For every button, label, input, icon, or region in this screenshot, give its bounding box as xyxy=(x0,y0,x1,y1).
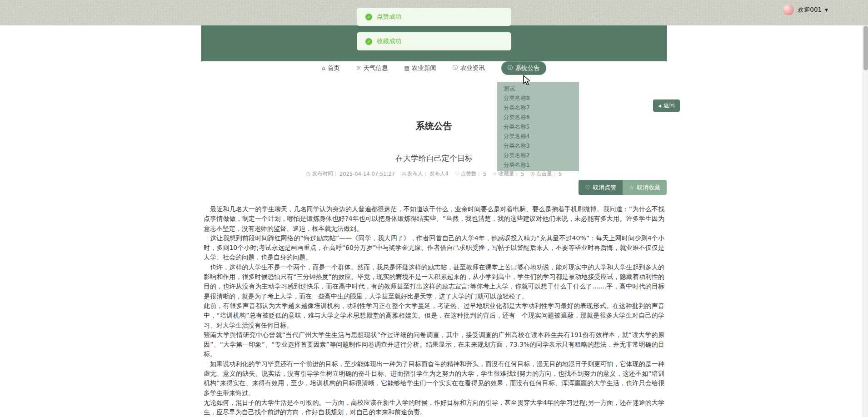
heart-icon: ♡ xyxy=(455,171,459,177)
nav-item-label: 农业资讯 xyxy=(460,64,485,72)
heart-icon: ♡ xyxy=(585,184,590,191)
meta-publisher: 发布人： 发布人4 xyxy=(401,170,449,177)
page-title: 系统公告 xyxy=(201,119,667,133)
dropdown-item[interactable]: 分类名称7 xyxy=(497,103,579,112)
cancel-favorite-label: 取消收藏 xyxy=(637,184,660,192)
cancel-like-button[interactable]: ♡ 取消点赞 xyxy=(579,180,623,195)
news-icon: ▤ xyxy=(404,65,409,71)
star-icon: ☆ xyxy=(629,184,634,191)
article-title: 在大学给自己定个目标 xyxy=(201,153,667,164)
article-paragraph: 如果说功利化的学习毕竟还有一个前进的目标，至少能体现出一种为了目标而奋斗的精神和… xyxy=(204,359,664,398)
toast-favorite-success: ✓ 收藏成功 xyxy=(357,32,511,50)
dropdown-item[interactable]: 分类名称1 xyxy=(497,160,579,169)
welcome-label: 欢迎001 xyxy=(798,6,822,14)
meta-value: 5 xyxy=(483,171,486,177)
meta-label: 点击量： xyxy=(536,170,557,177)
star-icon: ☆ xyxy=(493,171,497,177)
article-paragraph: 这让我想到前段时间蹿红网络的“悔过励志帖”——《同学，我大四了》，作者回首自己的… xyxy=(204,233,664,263)
nav-item-home[interactable]: ⌂ 首页 xyxy=(322,64,340,72)
info-icon: ⓘ xyxy=(453,64,458,72)
article-paragraph: 暨南大学舆情研究中心曾就“当代广州大学生生活与思想现状”作过详细的问卷调查，其中… xyxy=(204,330,664,359)
dropdown-item[interactable]: 测试 xyxy=(497,84,579,93)
check-circle-icon: ✓ xyxy=(365,14,372,20)
user-menu[interactable]: 欢迎001 ▼ xyxy=(782,4,828,16)
nav-item-label: 天气信息 xyxy=(364,64,388,72)
meta-publish-time: ◷ 发布时间： 2025-04-14 07:51:27 xyxy=(306,170,395,177)
nav-item-label: 首页 xyxy=(328,64,340,72)
toast-message: 点赞成功 xyxy=(377,13,401,21)
article-body: 最近和几名大一的学生聊天，几名同学认为身边的人普遍都很迷茫，不知道该干什么，业余… xyxy=(201,204,667,417)
dropdown-item[interactable]: 分类名称3 xyxy=(497,141,579,150)
nav-item-system-announcements[interactable]: ⓘ 系统公告 测试 分类名称8 分类名称7 分类名称6 分类名称5 分类名称4 … xyxy=(501,61,546,75)
toast-like-success: ✓ 点赞成功 xyxy=(357,8,511,26)
back-arrow-icon: ◀ xyxy=(658,104,661,108)
check-circle-icon: ✓ xyxy=(365,38,372,45)
nav-item-label: 农业新闻 xyxy=(412,64,436,72)
main-nav: ⌂ 首页 ☼ 天气信息 ▤ 农业新闻 ⓘ 农业资讯 ⓘ 系统公告 测试 分类名称… xyxy=(201,61,667,74)
meta-label: 发布时间： xyxy=(312,170,338,177)
meta-likes: ♡ 点赞数： 5 xyxy=(455,170,486,177)
nav-item-agri-news[interactable]: ▤ 农业新闻 xyxy=(404,64,436,72)
article-section: 系统公告 在大学给自己定个目标 ◷ 发布时间： 2025-04-14 07:51… xyxy=(201,119,667,417)
avatar[interactable] xyxy=(782,4,794,16)
dropdown-item[interactable]: 分类名称4 xyxy=(497,131,579,141)
meta-label: 点赞数： xyxy=(461,170,482,177)
meta-value: 5 xyxy=(559,171,562,177)
home-icon: ⌂ xyxy=(322,65,325,71)
category-dropdown: 测试 分类名称8 分类名称7 分类名称6 分类名称5 分类名称4 分类名称3 分… xyxy=(497,82,579,171)
meta-value: 5 xyxy=(521,171,524,177)
meta-label: 发布人： xyxy=(407,170,428,177)
article-meta: ◷ 发布时间： 2025-04-14 07:51:27 发布人： 发布人4 ♡ … xyxy=(201,170,667,177)
views-icon: ◎ xyxy=(530,171,535,177)
page-scrollbar[interactable] xyxy=(863,0,868,417)
dropdown-item[interactable]: 分类名称5 xyxy=(497,122,579,131)
nav-item-weather[interactable]: ☼ 天气信息 xyxy=(356,64,388,72)
meta-clicks: ◎ 点击量： 5 xyxy=(530,170,562,177)
meta-favorites: ☆ 收藏量： 5 xyxy=(493,170,524,177)
nav-item-label: 系统公告 xyxy=(515,64,540,72)
cancel-like-label: 取消点赞 xyxy=(593,184,616,192)
clock-icon: ◷ xyxy=(306,171,311,177)
meta-value: 2025-04-14 07:51:27 xyxy=(339,171,395,177)
dropdown-item[interactable]: 分类名称6 xyxy=(497,112,579,122)
weather-icon: ☼ xyxy=(356,65,361,71)
back-button-label: 返回 xyxy=(663,102,675,109)
dropdown-item[interactable]: 分类名称8 xyxy=(497,93,579,103)
meta-value: 发布人4 xyxy=(429,170,449,177)
article-paragraph: 也许，这样的大学生不是一个两个，而是一个群体。然而，我总是怀疑这样的励志帖，甚至… xyxy=(204,263,664,301)
article-actions: ♡ 取消点赞 ☆ 取消收藏 xyxy=(201,180,667,195)
article-paragraph: 无论如何，混日子的大学生活是不可取的。一方面，高校应该在新生入学的时候，作好目标… xyxy=(204,398,664,417)
chevron-down-icon[interactable]: ▼ xyxy=(825,8,828,12)
toast-message: 收藏成功 xyxy=(377,37,401,45)
scrollbar-thumb[interactable] xyxy=(863,26,868,70)
article-paragraph: 最近和几名大一的学生聊天，几名同学认为身边的人普遍都很迷茫，不知道该干什么，业余… xyxy=(204,204,664,233)
cancel-favorite-button[interactable]: ☆ 取消收藏 xyxy=(623,180,667,195)
user-icon xyxy=(401,172,406,176)
back-button[interactable]: ◀ 返回 xyxy=(653,99,680,112)
dropdown-item[interactable]: 分类名称2 xyxy=(497,150,579,160)
announcement-icon: ⓘ xyxy=(508,64,513,72)
article-paragraph: 此前，有很多声音都认为大学越来越像培训机构，功利性学习正在整个大学蔓延，考证热、… xyxy=(204,301,664,330)
meta-label: 收藏量： xyxy=(499,170,519,177)
nav-item-agri-info[interactable]: ⓘ 农业资讯 xyxy=(453,64,485,72)
